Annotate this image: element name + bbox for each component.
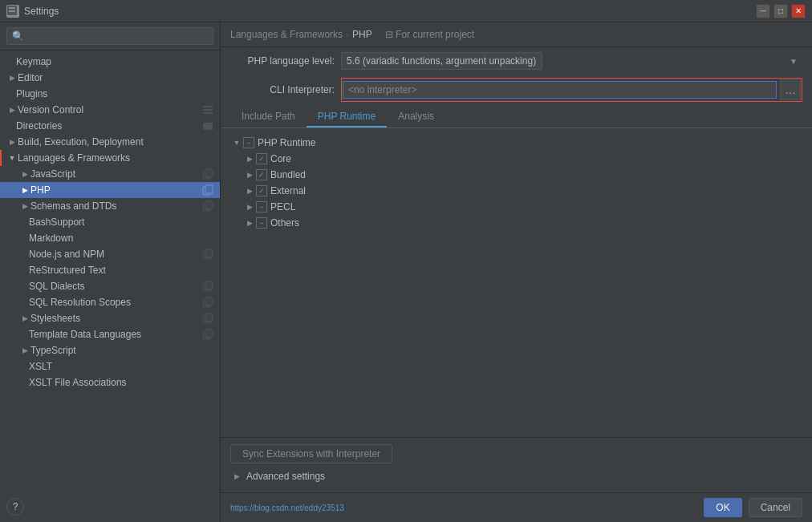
sidebar-item-template-data[interactable]: Template Data Languages bbox=[0, 326, 220, 342]
search-input[interactable] bbox=[6, 27, 213, 45]
svg-rect-5 bbox=[203, 112, 213, 114]
sidebar-item-build[interactable]: ▶ Build, Execution, Deployment bbox=[0, 134, 220, 150]
sidebar: Keymap ▶ Editor Plugins ▶ Version Contro… bbox=[0, 22, 221, 522]
window-title: Settings bbox=[24, 6, 756, 17]
sidebar-item-label: Editor bbox=[18, 72, 213, 83]
breadcrumb-sep: › bbox=[346, 29, 349, 40]
help-button[interactable]: ? bbox=[6, 498, 24, 516]
cancel-button[interactable]: Cancel bbox=[749, 498, 802, 517]
copy-icon bbox=[202, 281, 213, 292]
search-box[interactable] bbox=[0, 22, 220, 51]
svg-rect-4 bbox=[203, 109, 213, 111]
expand-arrow-icon: ▶ bbox=[6, 104, 18, 115]
sidebar-item-typescript[interactable]: ▶ TypeScript bbox=[0, 342, 220, 358]
sidebar-item-label: Directories bbox=[16, 120, 202, 132]
sidebar-item-sql-dialects[interactable]: SQL Dialects bbox=[0, 278, 220, 294]
main-content: Languages & Frameworks › PHP ⊟ For curre… bbox=[221, 22, 812, 522]
tree-node-core[interactable]: ▶ ✓ Core bbox=[230, 151, 802, 167]
cli-interpreter-row: CLI Interpreter: <no interpreter> … bbox=[221, 75, 812, 105]
sidebar-item-xslt-file-assoc[interactable]: XSLT File Associations bbox=[0, 374, 220, 390]
footer: https://blog.csdn.net/eddy23513 OK Cance… bbox=[221, 492, 812, 522]
expand-arrow-icon: ▶ bbox=[243, 184, 256, 197]
svg-rect-10 bbox=[205, 185, 213, 193]
folder-icon bbox=[202, 120, 213, 132]
breadcrumb: Languages & Frameworks › PHP ⊟ For curre… bbox=[221, 22, 812, 47]
ok-button[interactable]: OK bbox=[704, 498, 741, 517]
sidebar-item-stylesheets[interactable]: ▶ Stylesheets bbox=[0, 310, 220, 326]
node-label: PHP Runtime bbox=[258, 137, 315, 148]
advanced-settings-row[interactable]: ▶ Advanced settings bbox=[230, 467, 802, 486]
sidebar-item-php[interactable]: ▶ PHP bbox=[0, 182, 220, 198]
svg-rect-12 bbox=[205, 201, 213, 209]
tree-node-others[interactable]: ▶ − Others bbox=[230, 215, 802, 231]
expand-arrow-icon: ▶ bbox=[19, 168, 30, 180]
sidebar-item-editor[interactable]: ▶ Editor bbox=[0, 70, 220, 86]
sidebar-item-xslt[interactable]: XSLT bbox=[0, 358, 220, 374]
cli-interpreter-control: <no interpreter> … bbox=[341, 78, 802, 102]
sidebar-item-javascript[interactable]: ▶ JavaScript bbox=[0, 166, 220, 182]
copy-icon bbox=[202, 249, 213, 260]
sidebar-list: Keymap ▶ Editor Plugins ▶ Version Contro… bbox=[0, 51, 220, 493]
sidebar-item-label: XSLT bbox=[29, 361, 213, 372]
sidebar-item-version-control[interactable]: ▶ Version Control bbox=[0, 102, 220, 118]
footer-url: https://blog.csdn.net/eddy23513 bbox=[230, 504, 344, 512]
copy-icon bbox=[202, 313, 213, 324]
sidebar-item-restructured-text[interactable]: ReStructured Text bbox=[0, 262, 220, 278]
main-layout: Keymap ▶ Editor Plugins ▶ Version Contro… bbox=[0, 22, 812, 522]
node-checkbox: ✓ bbox=[256, 169, 267, 180]
sidebar-item-nodejs[interactable]: Node.js and NPM bbox=[0, 246, 220, 262]
settings-icon bbox=[202, 104, 213, 115]
tab-php-runtime[interactable]: PHP Runtime bbox=[307, 107, 387, 127]
svg-rect-8 bbox=[205, 169, 213, 177]
node-label: Bundled bbox=[270, 169, 306, 180]
tree-node-php-runtime[interactable]: ▼ − PHP Runtime bbox=[230, 135, 802, 151]
node-label: Others bbox=[270, 217, 299, 229]
php-language-level-label: PHP language level: bbox=[230, 55, 335, 67]
sidebar-item-schemas[interactable]: ▶ Schemas and DTDs bbox=[0, 198, 220, 214]
sync-extensions-button[interactable]: Sync Extensions with Interpreter bbox=[230, 444, 392, 463]
expand-arrow-icon: ▶ bbox=[243, 216, 256, 229]
sidebar-item-label: Template Data Languages bbox=[29, 329, 202, 340]
sidebar-item-label: Build, Execution, Deployment bbox=[18, 136, 213, 148]
cli-interpreter-dropdown[interactable]: <no interpreter> bbox=[343, 81, 777, 99]
expand-arrow-icon: ▶ bbox=[243, 200, 256, 213]
sidebar-item-label: Plugins bbox=[16, 88, 213, 99]
svg-rect-14 bbox=[205, 249, 213, 257]
tab-include-path[interactable]: Include Path bbox=[230, 107, 307, 127]
breadcrumb-part-2: PHP bbox=[352, 29, 372, 40]
node-checkbox: ✓ bbox=[256, 153, 267, 164]
php-language-level-dropdown[interactable]: 5.6 (variadic functions, argument unpack… bbox=[341, 52, 542, 70]
sidebar-item-label: Markdown bbox=[29, 233, 213, 244]
collapse-arrow-icon: ▼ bbox=[230, 136, 243, 149]
sidebar-item-markdown[interactable]: Markdown bbox=[0, 230, 220, 246]
sidebar-item-sql-resolution[interactable]: SQL Resolution Scopes bbox=[0, 294, 220, 310]
copy-icon bbox=[202, 297, 213, 308]
copy-icon bbox=[202, 184, 213, 196]
cli-browse-button[interactable]: … bbox=[780, 79, 801, 100]
tab-analysis[interactable]: Analysis bbox=[387, 107, 445, 127]
sidebar-item-languages-frameworks[interactable]: ▼ Languages & Frameworks bbox=[0, 150, 220, 166]
node-checkbox: − bbox=[243, 137, 254, 148]
tree-node-bundled[interactable]: ▶ ✓ Bundled bbox=[230, 167, 802, 183]
sidebar-item-plugins[interactable]: Plugins bbox=[0, 86, 220, 102]
tree-content: ▼ − PHP Runtime ▶ ✓ Core ▶ ✓ Bundled ▶ ✓… bbox=[221, 128, 812, 437]
copy-icon bbox=[202, 200, 213, 212]
breadcrumb-part-1: Languages & Frameworks bbox=[230, 29, 343, 40]
tree-node-pecl[interactable]: ▶ − PECL bbox=[230, 199, 802, 215]
copy-icon bbox=[202, 329, 213, 340]
sidebar-item-label: Version Control bbox=[18, 104, 202, 115]
expand-arrow-icon: ▼ bbox=[6, 152, 18, 164]
node-checkbox: − bbox=[256, 217, 267, 229]
project-note: ⊟ For current project bbox=[385, 29, 474, 40]
expand-arrow-icon: ▶ bbox=[6, 136, 18, 148]
tree-node-external[interactable]: ▶ ✓ External bbox=[230, 183, 802, 199]
sidebar-item-directories[interactable]: Directories bbox=[0, 118, 220, 134]
maximize-button[interactable]: □ bbox=[773, 4, 788, 18]
node-label: External bbox=[270, 185, 306, 196]
window-controls: ─ □ ✕ bbox=[756, 4, 806, 18]
minimize-button[interactable]: ─ bbox=[756, 4, 770, 18]
sidebar-item-label: TypeScript bbox=[30, 345, 213, 356]
close-button[interactable]: ✕ bbox=[791, 4, 806, 18]
sidebar-item-keymap[interactable]: Keymap bbox=[0, 54, 220, 70]
sidebar-item-bashsupport[interactable]: BashSupport bbox=[0, 214, 220, 230]
